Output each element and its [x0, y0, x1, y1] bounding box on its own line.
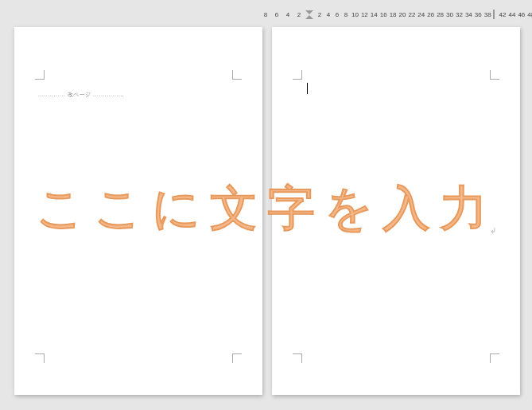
- ruler-tick: 14: [371, 11, 378, 18]
- paragraph-mark-icon: ↲: [490, 226, 496, 235]
- ruler-tick: 2: [316, 11, 323, 18]
- ruler-tick: 6: [334, 11, 340, 18]
- crop-mark-icon: [293, 70, 302, 80]
- ruler-tick: 34: [465, 11, 472, 18]
- ruler-tick: 22: [408, 11, 415, 18]
- ruler-tick: 44: [509, 11, 516, 18]
- crop-mark-icon: [232, 353, 242, 363]
- ruler-right-segment: 2 4 6 8 10 12 14 16 18 20 22 24 26 28 30…: [313, 11, 491, 18]
- ruler-tick: 4: [285, 11, 291, 18]
- ruler-margin-gap: [493, 10, 495, 19]
- ruler-tail-segment: 42 44 46 48: [496, 11, 532, 18]
- crop-mark-icon: [35, 70, 45, 80]
- ruler-tick: 4: [325, 11, 332, 18]
- crop-mark-icon: [490, 70, 499, 80]
- indent-marker-icon[interactable]: [305, 7, 313, 21]
- ruler-tick: 20: [399, 11, 406, 18]
- ruler-tick: 8: [343, 11, 349, 18]
- ruler-tick: 48: [527, 11, 532, 18]
- ruler-tick: 8: [262, 11, 269, 18]
- ruler-tick: 32: [456, 11, 463, 18]
- ruler-tick: 18: [390, 11, 397, 18]
- ruler-tick: 6: [274, 11, 280, 18]
- page-break-marker: .............. 改ページ ................: [38, 91, 124, 99]
- ruler-tick: 46: [518, 11, 525, 18]
- page-left[interactable]: .............. 改ページ ................: [14, 27, 262, 395]
- text-cursor-icon: [307, 83, 308, 94]
- ruler-tick: 24: [417, 11, 425, 18]
- ruler-tick: 30: [446, 11, 453, 18]
- crop-mark-icon: [35, 353, 45, 363]
- ruler-tick: 28: [437, 11, 444, 18]
- ruler-tick: 2: [296, 11, 302, 18]
- ruler-tick: 10: [351, 11, 359, 18]
- ruler-tick: 38: [484, 11, 491, 18]
- ruler-tick: 42: [499, 11, 507, 18]
- ruler-tick: 36: [475, 11, 482, 18]
- crop-mark-icon: [490, 353, 499, 363]
- ruler-left-segment: 8 6 4 2: [262, 11, 305, 18]
- page-spread: .............. 改ページ ................ ↲: [14, 27, 520, 395]
- ruler-tick: 12: [361, 11, 368, 18]
- crop-mark-icon: [232, 70, 242, 80]
- ruler-tick: 16: [380, 11, 387, 18]
- page-right[interactable]: ↲: [272, 27, 520, 395]
- crop-mark-icon: [293, 353, 302, 363]
- ruler-tick: 26: [427, 11, 434, 18]
- horizontal-ruler[interactable]: 8 6 4 2 2 4 6 8 10 12 14 16 18 20 22 24 …: [262, 6, 530, 22]
